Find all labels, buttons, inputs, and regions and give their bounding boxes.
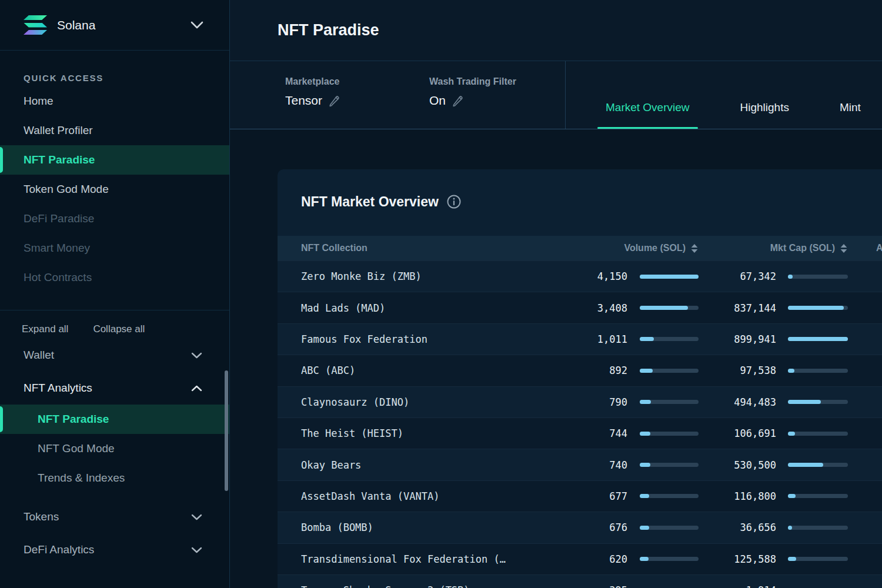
table-row[interactable]: Transdimensional Fox Federation (… 620 1… <box>278 543 882 574</box>
chevron-down-icon <box>191 547 202 553</box>
volume-bar-fill <box>640 275 699 279</box>
column-header-collection: NFT Collection <box>301 243 554 253</box>
column-header-mktcap-sort[interactable]: Mkt Cap (SOL) <box>699 243 848 253</box>
mktcap-bar-fill <box>788 400 821 404</box>
wash-trading-filter: Wash Trading Filter On <box>429 76 516 108</box>
volume-bar <box>640 432 699 436</box>
chevron-up-icon <box>191 385 202 392</box>
mktcap-bar-fill <box>788 432 795 436</box>
volume-value: 3,408 <box>554 302 627 314</box>
main-content: NFT Paradise Marketplace Tensor Wash Tra… <box>230 0 882 588</box>
marketplace-label: Marketplace <box>285 76 340 87</box>
sidebar-section-wallet[interactable]: Wallet <box>0 339 229 372</box>
marketplace-edit-button[interactable]: Tensor <box>285 93 340 108</box>
marketplace-filter: Marketplace Tensor <box>285 76 340 108</box>
mktcap-bar <box>788 463 848 467</box>
volume-value: 1,011 <box>554 333 627 345</box>
sidebar-item-defi-paradise[interactable]: DeFi Paradise <box>0 204 229 233</box>
collection-name: Zero Monke Biz (ZMB) <box>301 270 554 282</box>
sidebar-subitem-trends-indexes[interactable]: Trends & Indexes <box>0 463 229 493</box>
sidebar-item-hot-contracts[interactable]: Hot Contracts <box>0 263 229 292</box>
table-row[interactable]: Zero Monke Biz (ZMB) 4,150 67,342 <box>278 260 882 292</box>
volume-bar <box>640 400 699 404</box>
active-accent-bar <box>0 406 3 432</box>
mktcap-bar-fill <box>788 557 796 561</box>
mktcap-bar <box>788 400 848 404</box>
volume-bar-fill <box>640 400 651 404</box>
mktcap-bar-fill <box>788 494 796 498</box>
table-row[interactable]: Claynosaurz (DINO) 790 494,483 <box>278 386 882 417</box>
sort-icon <box>840 243 848 253</box>
sidebar-section-tokens[interactable]: Tokens <box>0 500 229 533</box>
sidebar-item-token-god-mode[interactable]: Token God Mode <box>0 175 229 204</box>
collapse-all-button[interactable]: Collapse all <box>93 323 145 335</box>
mktcap-bar <box>788 337 848 341</box>
wash-trading-label: Wash Trading Filter <box>429 76 516 87</box>
mktcap-value: 106,691 <box>699 427 776 439</box>
mktcap-bar-fill <box>788 526 792 530</box>
tab-mint[interactable]: Mint <box>831 101 869 129</box>
column-header-volume-sort[interactable]: Volume (SOL) <box>554 243 699 253</box>
mktcap-bar <box>788 275 848 279</box>
sidebar-item-nft-paradise[interactable]: NFT Paradise <box>0 145 229 175</box>
table-row[interactable]: The Heist (HEIST) 744 106,691 <box>278 417 882 449</box>
volume-bar <box>640 275 699 279</box>
collection-name: Bomba (BOMB) <box>301 522 554 533</box>
collection-name: Mad Lads (MAD) <box>301 302 554 314</box>
table-row[interactable]: AssetDash Vanta (VANTA) 677 116,800 <box>278 480 882 512</box>
pencil-icon <box>452 95 464 107</box>
tab-market-overview[interactable]: Market Overview <box>597 101 698 129</box>
collection-name: AssetDash Vanta (VANTA) <box>301 490 554 502</box>
sidebar-subitem-nft-god-mode[interactable]: NFT God Mode <box>0 434 229 463</box>
sidebar-item-smart-money[interactable]: Smart Money <box>0 233 229 263</box>
sidebar-item-home[interactable]: Home <box>0 86 229 116</box>
table-row[interactable]: Famous Fox Federation 1,011 899,941 <box>278 323 882 355</box>
mktcap-bar <box>788 494 848 498</box>
mktcap-value: 97,538 <box>699 365 776 376</box>
collection-name: ABC (ABC) <box>301 365 554 376</box>
volume-bar-fill <box>640 526 649 530</box>
info-icon[interactable] <box>446 194 462 209</box>
mktcap-value: 494,483 <box>699 396 776 408</box>
chevron-down-icon <box>191 514 202 520</box>
collection-name: Tensor Sharks Season 2 (TSB) <box>301 584 554 588</box>
table-row[interactable]: Tensor Sharks Season 2 (TSB) 395 1,914 <box>278 574 882 588</box>
table-row[interactable]: ABC (ABC) 892 97,538 <box>278 355 882 386</box>
volume-value: 740 <box>554 459 627 471</box>
sidebar-section-defi-analytics[interactable]: DeFi Analytics <box>0 533 229 566</box>
mktcap-value: 899,941 <box>699 333 776 345</box>
sidebar-scrollbar-thumb[interactable] <box>225 370 228 491</box>
volume-bar <box>640 369 699 373</box>
column-header-partial: A <box>876 243 882 253</box>
volume-bar <box>640 526 699 530</box>
mktcap-bar-fill <box>788 275 793 279</box>
chevron-down-icon <box>191 21 203 29</box>
mktcap-bar-fill <box>788 337 848 341</box>
mktcap-value: 116,800 <box>699 490 776 502</box>
quick-access-title: QUICK ACCESS <box>24 73 229 83</box>
volume-bar-fill <box>640 337 654 341</box>
sort-icon <box>690 243 699 253</box>
sidebar-subitem-nft-paradise[interactable]: NFT Paradise <box>0 405 229 434</box>
mktcap-bar <box>788 306 848 310</box>
volume-bar-fill <box>640 306 688 310</box>
volume-value: 677 <box>554 490 627 502</box>
app-root: Solana QUICK ACCESS Home Wallet Profiler… <box>0 0 882 588</box>
volume-value: 395 <box>554 584 627 588</box>
pencil-icon <box>328 95 340 107</box>
table-row[interactable]: Mad Lads (MAD) 3,408 837,144 <box>278 292 882 323</box>
sidebar-section-nft-analytics[interactable]: NFT Analytics <box>0 372 229 405</box>
card-title: NFT Market Overview <box>301 194 439 210</box>
volume-bar-fill <box>640 432 650 436</box>
mktcap-bar <box>788 432 848 436</box>
network-selector[interactable]: Solana <box>0 0 229 51</box>
volume-bar <box>640 557 699 561</box>
wash-trading-edit-button[interactable]: On <box>429 93 516 108</box>
chevron-down-icon <box>191 352 202 359</box>
sidebar-item-wallet-profiler[interactable]: Wallet Profiler <box>0 116 229 145</box>
expand-all-button[interactable]: Expand all <box>22 323 68 335</box>
tab-highlights[interactable]: Highlights <box>732 101 797 129</box>
table-row[interactable]: Okay Bears 740 530,500 <box>278 449 882 480</box>
table-row[interactable]: Bomba (BOMB) 676 36,656 <box>278 512 882 543</box>
collection-name: Okay Bears <box>301 459 554 471</box>
